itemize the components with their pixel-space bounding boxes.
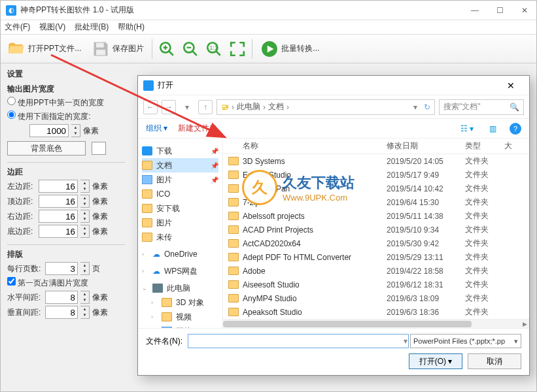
- filename-label: 文件名(N):: [146, 336, 182, 347]
- col-date[interactable]: 修改日期: [387, 140, 465, 152]
- folder-icon: [228, 212, 239, 220]
- tree-video[interactable]: ›视频: [151, 310, 218, 324]
- file-row[interactable]: Apeaksoft Studio2019/6/3 18:36文件夹: [223, 305, 529, 319]
- margin-top-input[interactable]: [39, 195, 78, 208]
- file-row[interactable]: Abelssoft projects2019/5/11 14:38文件夹: [223, 209, 529, 223]
- menu-file[interactable]: 文件(F): [5, 22, 30, 33]
- tree-ax[interactable]: 安下载: [142, 201, 218, 216]
- menu-batch[interactable]: 批处理(B): [75, 22, 109, 33]
- refresh-icon[interactable]: ↻: [424, 103, 430, 112]
- new-folder-button[interactable]: 新建文件夹: [178, 123, 217, 134]
- width-spinner[interactable]: ▲▼: [71, 124, 80, 137]
- view-options-icon[interactable]: ☷ ▾: [458, 123, 476, 135]
- file-list-header[interactable]: 名称 修改日期 类型 大: [223, 139, 529, 154]
- menubar: 文件(F) 视图(V) 批处理(B) 帮助(H): [1, 20, 536, 35]
- tree-pictures[interactable]: 图片📌: [142, 172, 218, 187]
- file-row[interactable]: Edisoft Studio2019/5/17 9:49文件夹: [223, 168, 529, 182]
- file-row[interactable]: AnyMP4 Studio2019/6/3 18:09文件夹: [223, 291, 529, 305]
- col-size[interactable]: 大: [504, 140, 524, 152]
- play-icon: [260, 40, 279, 58]
- breadcrumb-path[interactable]: 🖳 › 此电脑 › 文档 › ▾ ↻: [217, 99, 435, 115]
- bg-color-swatch[interactable]: [92, 142, 106, 155]
- file-row[interactable]: ActCAD2020x642019/5/30 9:42文件夹: [223, 237, 529, 250]
- nav-forward-button[interactable]: →: [162, 100, 176, 114]
- organize-button[interactable]: 组织 ▾: [146, 123, 167, 134]
- radio-use-first-page[interactable]: 使用PPT中第一页的宽度: [7, 97, 125, 108]
- maximize-button[interactable]: ☐: [493, 6, 506, 15]
- radio-use-custom[interactable]: 使用下面指定的宽度:: [7, 110, 125, 122]
- nav-tree: 下载📌 文档📌 图片📌 ICO 安下载 图片 未传 ›☁OneDrive ›☁W…: [138, 139, 223, 328]
- file-row[interactable]: Aiseesoft Studio2019/6/12 18:31文件夹: [223, 278, 529, 291]
- file-row[interactable]: 3D Systems2019/5/20 14:05文件夹: [223, 154, 529, 168]
- tree-3dobjects[interactable]: ›3D 对象: [151, 295, 218, 310]
- nav-back-button[interactable]: ←: [143, 100, 158, 114]
- col-type[interactable]: 类型: [465, 140, 504, 152]
- folder-icon: [228, 225, 239, 234]
- fullscreen-icon[interactable]: [228, 40, 247, 58]
- window-title: 神奇PPT转长图软件 1.0 - 试用版: [20, 5, 468, 16]
- search-input[interactable]: 搜索"文档" 🔍: [439, 99, 524, 115]
- close-button[interactable]: ✕: [518, 6, 531, 15]
- toolbar: 打开PPT文件... 保存图片 1:1 批量转换...: [1, 35, 536, 63]
- dialog-icon: [143, 80, 154, 91]
- horizontal-scrollbar[interactable]: ◀▶: [223, 319, 529, 328]
- folder-icon: [228, 267, 239, 275]
- filetype-combo[interactable]: PowerPoint Files (*.pptx;*.pp▾: [410, 334, 521, 348]
- file-row[interactable]: 7-zip2019/6/4 15:30文件夹: [223, 195, 529, 209]
- folder-open-icon: [7, 40, 26, 58]
- batch-convert-button[interactable]: 批量转换...: [258, 37, 322, 61]
- minimize-button[interactable]: —: [468, 6, 481, 15]
- svg-line-7: [193, 51, 198, 56]
- margin-right-input[interactable]: [39, 210, 78, 223]
- save-icon: [92, 40, 110, 58]
- per-row-input[interactable]: [45, 262, 78, 275]
- zoom-out-icon[interactable]: [181, 40, 199, 58]
- folder-icon: [228, 198, 239, 206]
- menu-help[interactable]: 帮助(H): [118, 22, 145, 33]
- svg-rect-1: [96, 50, 105, 55]
- folder-icon: [228, 239, 239, 248]
- open-button[interactable]: 打开(O) ▾: [409, 353, 462, 369]
- menu-view[interactable]: 视图(V): [39, 22, 65, 33]
- width-input[interactable]: [29, 124, 69, 137]
- batch-label: 批量转换...: [281, 43, 319, 54]
- margin-left-input[interactable]: [39, 180, 78, 193]
- output-width-heading: 输出图片宽度: [7, 84, 125, 95]
- help-icon[interactable]: ?: [510, 123, 521, 135]
- nav-up-button[interactable]: ↑: [198, 100, 213, 114]
- folder-icon: 🖳: [221, 103, 229, 112]
- zoom-in-icon[interactable]: [158, 40, 176, 58]
- svg-line-10: [217, 51, 221, 56]
- save-image-button[interactable]: 保存图片: [89, 37, 147, 61]
- zoom-reset-icon[interactable]: 1:1: [205, 40, 223, 58]
- bg-color-button[interactable]: 背景底色: [7, 141, 86, 155]
- open-ppt-button[interactable]: 打开PPT文件...: [5, 37, 84, 61]
- vgap-input[interactable]: [45, 306, 78, 319]
- file-row[interactable]: Adept PDF To HTML Converter2019/5/29 13:…: [223, 250, 529, 264]
- tree-documents[interactable]: 文档📌: [142, 158, 218, 172]
- tree-onedrive[interactable]: ›☁OneDrive: [142, 247, 218, 261]
- cancel-button[interactable]: 取消: [468, 353, 521, 369]
- tree-pic2[interactable]: 图片: [142, 216, 218, 230]
- separator: [152, 39, 152, 59]
- pc-icon: [152, 284, 163, 293]
- fill-first-checkbox[interactable]: 第一页占满图片宽度: [7, 277, 125, 289]
- tree-ico[interactable]: ICO: [142, 187, 218, 201]
- tree-wps[interactable]: ›☁WPS网盘: [142, 264, 218, 278]
- margin-bottom-input[interactable]: [39, 225, 78, 238]
- file-row[interactable]: 360WangPan2019/5/14 10:42文件夹: [223, 182, 529, 195]
- tree-thispc[interactable]: ⌄此电脑: [142, 281, 218, 295]
- settings-panel: 设置 输出图片宽度 使用PPT中第一页的宽度 使用下面指定的宽度: ▲▼ 像素 …: [1, 63, 131, 391]
- folder-icon: [228, 294, 239, 302]
- filename-input[interactable]: [188, 334, 409, 348]
- hgap-input[interactable]: [45, 291, 78, 304]
- dialog-close-button[interactable]: ✕: [498, 80, 524, 91]
- tree-wc[interactable]: 未传: [142, 230, 218, 244]
- preview-pane-icon[interactable]: ▥: [487, 123, 499, 135]
- col-name[interactable]: 名称: [228, 140, 387, 152]
- nav-history-button[interactable]: ▾: [180, 100, 194, 114]
- file-row[interactable]: ACAD Print Projects2019/5/10 9:34文件夹: [223, 223, 529, 237]
- folder-icon: [228, 280, 239, 289]
- file-row[interactable]: Adobe2019/4/22 18:58文件夹: [223, 264, 529, 278]
- tree-downloads[interactable]: 下载📌: [142, 144, 218, 158]
